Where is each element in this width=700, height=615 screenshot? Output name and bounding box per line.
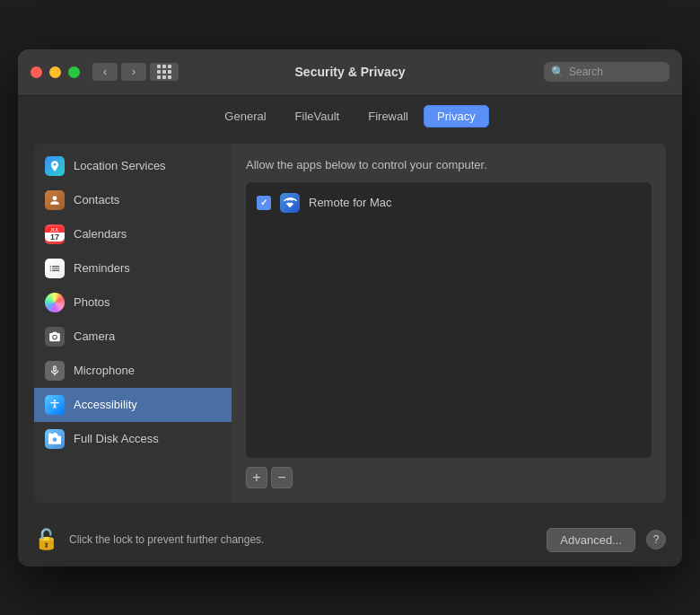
tab-general[interactable]: General	[211, 105, 279, 127]
fulldisk-icon	[45, 429, 65, 449]
contacts-icon	[45, 190, 65, 210]
accessibility-icon	[45, 395, 65, 415]
sidebar-label-location: Location Services	[74, 159, 166, 172]
grid-button[interactable]	[150, 63, 179, 81]
main-content: Location Services Contacts JUL 17 Calend…	[18, 135, 682, 517]
forward-icon: ›	[132, 66, 136, 78]
app-icon	[280, 193, 300, 213]
titlebar: ‹ › Security & Privacy 🔍 Search	[18, 49, 682, 96]
sidebar-item-reminders[interactable]: Reminders	[34, 251, 232, 286]
sidebar-item-contacts[interactable]: Contacts	[34, 183, 232, 217]
lock-text: Click the lock to prevent further change…	[69, 533, 536, 546]
sidebar-label-calendars: Calendars	[74, 227, 127, 241]
add-button[interactable]: +	[246, 467, 267, 488]
app-name: Remote for Mac	[309, 196, 391, 209]
maximize-button[interactable]	[68, 66, 80, 78]
photos-icon	[45, 293, 65, 312]
sidebar-label-camera: Camera	[74, 329, 115, 343]
sidebar-item-calendars[interactable]: JUL 17 Calendars	[34, 217, 232, 251]
advanced-button[interactable]: Advanced...	[547, 528, 635, 552]
reminders-icon	[45, 259, 65, 278]
list-actions: + −	[246, 467, 652, 488]
back-button[interactable]: ‹	[92, 63, 118, 81]
traffic-lights	[31, 66, 80, 78]
sidebar-item-photos[interactable]: Photos	[34, 286, 232, 320]
sidebar-label-accessibility: Accessibility	[74, 398, 137, 411]
sidebar-item-accessibility[interactable]: Accessibility	[34, 388, 232, 422]
sidebar-item-microphone[interactable]: Microphone	[34, 354, 232, 388]
forward-button[interactable]: ›	[121, 63, 146, 81]
back-icon: ‹	[103, 66, 107, 78]
checkmark-icon: ✓	[260, 198, 267, 207]
minimize-button[interactable]	[49, 66, 61, 78]
tabs-bar: General FileVault Firewall Privacy	[18, 96, 682, 135]
sidebar-item-location[interactable]: Location Services	[34, 149, 232, 183]
sidebar: Location Services Contacts JUL 17 Calend…	[34, 144, 232, 503]
svg-point-0	[54, 400, 56, 401]
camera-icon	[45, 327, 65, 347]
microphone-icon	[45, 361, 65, 381]
tab-filevault[interactable]: FileVault	[282, 105, 354, 127]
grid-icon	[157, 65, 171, 79]
main-window: ‹ › Security & Privacy 🔍 Search General …	[18, 49, 682, 567]
app-checkbox[interactable]: ✓	[257, 196, 271, 210]
sidebar-item-fulldisk[interactable]: Full Disk Access	[34, 422, 232, 456]
calendars-icon: JUL 17	[45, 224, 65, 244]
close-button[interactable]	[31, 66, 42, 78]
search-icon: 🔍	[551, 66, 564, 78]
window-title: Security & Privacy	[295, 65, 406, 79]
apps-list: ✓ Remote for Mac	[246, 182, 652, 458]
help-button[interactable]: ?	[646, 530, 666, 549]
search-box[interactable]: 🔍 Search	[544, 62, 669, 82]
sidebar-label-photos: Photos	[74, 295, 109, 309]
tab-firewall[interactable]: Firewall	[354, 105, 422, 127]
nav-buttons: ‹ ›	[92, 63, 146, 81]
sidebar-label-fulldisk: Full Disk Access	[74, 432, 159, 445]
sidebar-label-contacts: Contacts	[74, 193, 119, 206]
remove-button[interactable]: −	[271, 467, 293, 488]
sidebar-item-camera[interactable]: Camera	[34, 320, 232, 354]
allow-description: Allow the apps below to control your com…	[246, 158, 652, 171]
lock-icon[interactable]: 🔓	[34, 528, 58, 551]
right-panel: Allow the apps below to control your com…	[232, 144, 666, 503]
table-row: ✓ Remote for Mac	[246, 186, 652, 220]
footer: 🔓 Click the lock to prevent further chan…	[18, 517, 682, 567]
location-icon	[45, 156, 65, 176]
tab-privacy[interactable]: Privacy	[424, 105, 489, 127]
search-placeholder: Search	[569, 66, 603, 78]
content-panel: Location Services Contacts JUL 17 Calend…	[34, 144, 666, 503]
sidebar-label-reminders: Reminders	[74, 261, 130, 275]
sidebar-label-microphone: Microphone	[74, 364, 135, 377]
